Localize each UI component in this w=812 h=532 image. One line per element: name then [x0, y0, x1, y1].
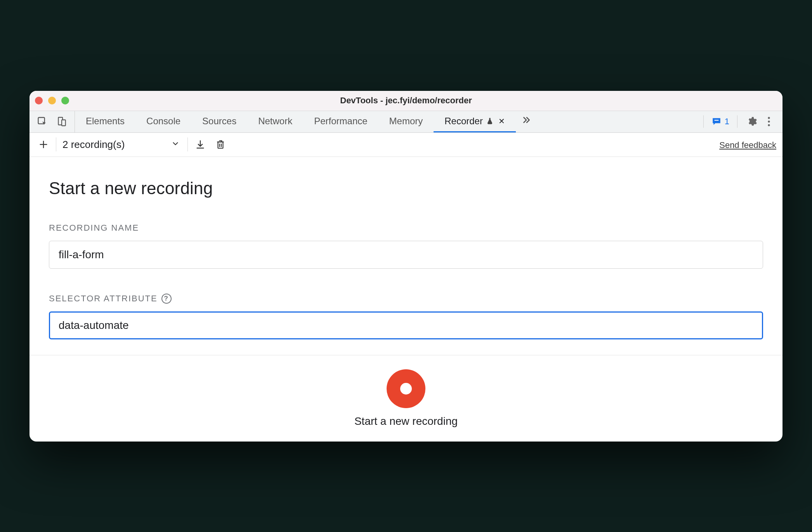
- tab-label: Performance: [314, 116, 367, 127]
- window-controls: [35, 97, 69, 104]
- record-icon: [400, 383, 412, 395]
- tabs-row: Elements Console Sources Network Perform…: [29, 111, 783, 133]
- export-button[interactable]: [193, 137, 208, 152]
- devtools-window: DevTools - jec.fyi/demo/recorder Element…: [29, 91, 783, 442]
- kebab-icon: [767, 116, 770, 127]
- title-bar: DevTools - jec.fyi/demo/recorder: [29, 91, 783, 111]
- flask-icon: [486, 117, 494, 125]
- separator: [56, 137, 56, 151]
- inspect-element-icon[interactable]: [36, 115, 49, 128]
- issues-button[interactable]: 1: [711, 116, 729, 127]
- window-title: DevTools - jec.fyi/demo/recorder: [29, 96, 783, 106]
- close-tab-icon[interactable]: ✕: [498, 116, 505, 126]
- close-window-button[interactable]: [35, 97, 43, 104]
- issues-count: 1: [725, 116, 729, 127]
- recorder-toolbar: 2 recording(s) Send feedback: [29, 133, 783, 157]
- recording-name-label: RECORDING NAME: [49, 223, 763, 233]
- plus-icon: [38, 139, 49, 150]
- svg-point-5: [768, 120, 770, 122]
- more-options-button[interactable]: [762, 115, 776, 128]
- separator: [187, 137, 188, 151]
- tab-console[interactable]: Console: [135, 111, 191, 132]
- tab-label: Sources: [202, 116, 236, 127]
- tab-label: Recorder: [444, 116, 483, 127]
- tab-label: Console: [146, 116, 180, 127]
- more-tabs-button[interactable]: [516, 111, 537, 132]
- trash-icon: [215, 139, 226, 150]
- svg-rect-3: [714, 120, 718, 121]
- separator: [737, 115, 737, 128]
- svg-rect-2: [62, 120, 66, 126]
- tab-network[interactable]: Network: [247, 111, 303, 132]
- recordings-dropdown[interactable]: 2 recording(s): [61, 139, 183, 151]
- gear-icon: [746, 116, 757, 127]
- minimize-window-button[interactable]: [48, 97, 56, 104]
- recording-name-input[interactable]: [49, 241, 763, 269]
- recording-name-field: RECORDING NAME: [49, 223, 763, 269]
- selector-attribute-field: SELECTOR ATTRIBUTE ?: [49, 294, 763, 339]
- separator: [703, 115, 704, 128]
- message-icon: [711, 116, 722, 127]
- selector-attribute-label: SELECTOR ATTRIBUTE ?: [49, 294, 763, 304]
- download-icon: [195, 139, 206, 150]
- tab-memory[interactable]: Memory: [378, 111, 434, 132]
- device-toolbar-icon[interactable]: [55, 115, 68, 128]
- help-icon[interactable]: ?: [161, 294, 172, 304]
- chevron-double-right-icon: [521, 115, 531, 127]
- svg-rect-9: [218, 142, 223, 148]
- tab-recorder[interactable]: Recorder ✕: [434, 111, 516, 132]
- page-title: Start a new recording: [49, 179, 763, 198]
- settings-button[interactable]: [745, 115, 758, 128]
- svg-point-6: [768, 124, 770, 126]
- send-feedback-link[interactable]: Send feedback: [719, 140, 776, 150]
- tabs-right-tools: 1: [697, 111, 783, 132]
- zoom-window-button[interactable]: [61, 97, 69, 104]
- tabs-list: Elements Console Sources Network Perform…: [75, 111, 697, 132]
- tab-performance[interactable]: Performance: [303, 111, 378, 132]
- tab-elements[interactable]: Elements: [75, 111, 135, 132]
- selector-attribute-input[interactable]: [49, 311, 763, 339]
- tab-label: Network: [258, 116, 292, 127]
- svg-point-4: [768, 117, 770, 119]
- chevron-down-icon: [171, 139, 180, 151]
- delete-button[interactable]: [213, 137, 228, 152]
- tab-label: Elements: [86, 116, 125, 127]
- dropdown-label: 2 recording(s): [62, 139, 125, 151]
- selector-attribute-label-text: SELECTOR ATTRIBUTE: [49, 294, 158, 304]
- tab-sources[interactable]: Sources: [191, 111, 247, 132]
- record-footer: Start a new recording: [29, 355, 783, 442]
- start-recording-label: Start a new recording: [354, 415, 458, 428]
- tab-label: Memory: [389, 116, 423, 127]
- recorder-create-panel: Start a new recording RECORDING NAME SEL…: [29, 157, 783, 355]
- add-recording-button[interactable]: [36, 137, 51, 152]
- start-recording-button[interactable]: [387, 369, 425, 408]
- inspector-tools: [29, 111, 75, 132]
